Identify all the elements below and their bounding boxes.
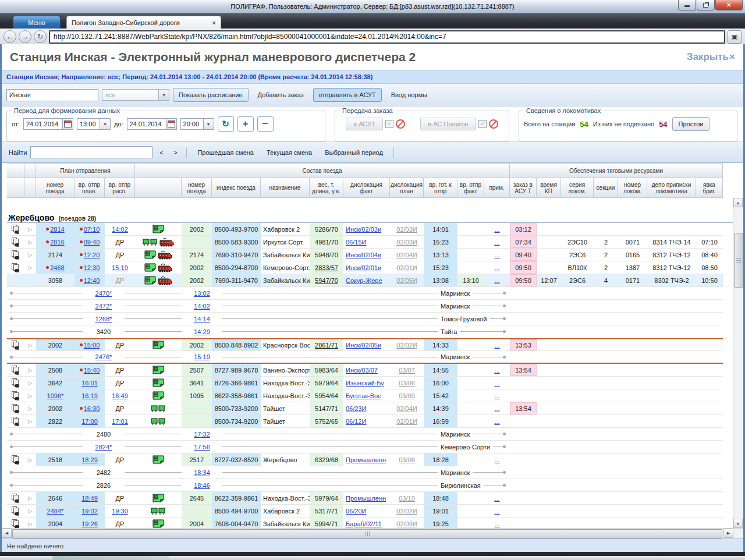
expand-icon[interactable]: ▷ [29,265,33,271]
rasp-time-link[interactable]: 16:49 [112,392,128,399]
plan-time-link[interactable]: 16:30 [84,405,100,412]
to-time-select[interactable]: 20:00 ▼ [180,118,214,130]
plan-time-link[interactable]: 19:26 [81,520,98,527]
hand-doc-icon[interactable] [11,250,21,260]
dislocation-fact-link[interactable]: 06/12И [346,418,366,425]
dislocation-plan-link[interactable]: 03/08 [399,456,415,463]
note-link[interactable]: ... [494,380,499,387]
dislocation-fact-link[interactable]: Изынский-Бу [346,380,384,387]
restore-button[interactable] [697,0,715,10]
table-row-schedule-line[interactable]: 248218:34Мариинск [7,466,723,479]
weight-length-link[interactable]: 2861/71 [315,342,338,349]
rasp-time-link[interactable]: 15:19 [112,264,128,271]
dislocation-fact-link[interactable]: 06/23И [346,405,366,412]
hand-doc-icon[interactable] [11,263,21,272]
table-row[interactable]: 305812:40ДР20027690-311-9470Забайкальск … [7,274,723,287]
reload-button[interactable]: ↻ [34,30,47,43]
table-row-schedule-line[interactable]: 282618:46Бирюлинская [7,479,723,492]
add-order-button[interactable]: Добавить заказ [252,88,310,102]
note-link[interactable]: ... [494,392,499,399]
expand-icon[interactable]: ▷ [29,239,33,245]
dislocation-fact-link[interactable]: 06/20И [346,508,366,515]
chevron-down-icon[interactable]: ▼ [203,119,214,129]
hand-doc-icon[interactable] [11,506,21,516]
dislocation-fact-link[interactable]: Инск/02/05и [346,342,381,349]
table-row-schedule-line[interactable]: 2472*14:02Мариинск [7,300,723,313]
show-schedule-button[interactable]: Показать расписание [173,88,249,102]
hand-doc-icon[interactable] [11,519,21,528]
plan-time-link[interactable]: 16:19 [81,392,98,399]
train-number-link[interactable]: 2814 [50,226,64,233]
table-row[interactable]: ▷217412:20ДР21747690-310-9470Забайкальск… [7,249,723,261]
plan-time-link[interactable]: 16:01 [81,380,98,387]
table-row-schedule-line[interactable]: 248017:32Мариинск [7,428,723,441]
rasp-time-link[interactable]: 19:30 [112,508,128,515]
scroll-up-icon[interactable]: ▲ [733,198,743,207]
hand-doc-icon[interactable] [11,493,21,503]
expand-icon[interactable]: ▷ [29,226,33,232]
table-row[interactable]: ▷2484*19:0219:308500-494-9700Хабаровск 2… [7,505,723,518]
plan-time-link[interactable]: 09:40 [84,239,100,246]
dislocation-fact-link[interactable]: Сокур-Жере [346,277,382,284]
plan-time-link[interactable]: 19:02 [81,508,98,515]
hand-doc-icon[interactable] [11,391,21,400]
expand-icon[interactable]: ▷ [29,419,33,424]
plan-time-link[interactable]: 14:29 [194,328,210,335]
hand-doc-icon[interactable] [11,365,21,375]
expand-icon[interactable]: ▷ [29,495,33,501]
plan-time-link[interactable]: 18:34 [194,469,210,476]
table-row[interactable]: ▷246812:3015:1920028500-294-8700Кемерово… [7,261,723,274]
table-row[interactable]: ▷200419:26ДР20047606-004-9470Забайкальск… [7,518,723,528]
plan-time-link[interactable]: 12:40 [84,277,100,284]
to-polygon-button[interactable]: в АС Полигон [420,118,476,130]
asut-checkbox[interactable]: ✓ [385,120,393,128]
note-link[interactable]: ... [494,508,499,515]
plan-time-link[interactable]: 14:14 [194,316,210,322]
dislocation-fact-link[interactable]: Бараб/02/11 [346,520,382,527]
dislocation-plan-link[interactable]: 02/03И [396,239,417,246]
idle-button[interactable]: Простои [672,117,710,131]
horizontal-scroll-thumb[interactable] [12,529,722,538]
close-button[interactable]: ✕ [715,0,743,10]
plan-time-link[interactable]: 17:32 [194,431,210,438]
plan-time-link[interactable]: 17:56 [194,444,210,451]
expand-icon[interactable]: ▷ [29,380,33,386]
plan-time-link[interactable]: 13:02 [194,290,210,297]
dislocation-plan-link[interactable]: 02/04И [396,405,417,412]
plan-time-link[interactable]: 17:00 [81,418,98,425]
dislocation-fact-link[interactable]: Инск/02/03и [346,226,381,233]
address-bar[interactable]: http://10.132.71.241:8887/WebParkState/k… [49,30,725,44]
plan-time-link[interactable]: 14:02 [194,303,210,310]
hand-doc-icon[interactable] [11,237,21,247]
weight-length-link[interactable]: 5947/70 [315,277,338,284]
plan-time-link[interactable]: 18:46 [194,482,210,489]
table-row-schedule-line[interactable]: 2476*15:19Мариинск [7,351,723,364]
input-norm-button[interactable]: Ввод нормы [385,88,433,102]
dislocation-plan-link[interactable]: 02/01И [396,418,417,425]
hand-doc-icon[interactable] [11,340,21,350]
calendar-icon[interactable] [166,119,176,129]
table-row[interactable]: ▷364216:01ДР36418726-366-9861Находка-Вос… [7,377,723,389]
plan-time-link[interactable]: 12:20 [84,251,100,258]
dislocation-plan-link[interactable]: 02/01И [396,264,417,271]
note-link[interactable]: ... [494,405,499,412]
train-number-link[interactable]: 1268* [95,316,112,322]
dislocation-plan-link[interactable]: 02/04И [396,251,417,258]
table-row[interactable]: ▷251818:29ДР25178727-032-8520Жеребцово63… [7,453,723,466]
go-button[interactable]: ▣ [728,30,742,44]
dislocation-plan-link[interactable]: 02/02И [396,342,417,349]
tab-past-shift[interactable]: Прошедшая смена [193,149,258,156]
dislocation-plan-link[interactable]: 02/03И [396,226,417,233]
tab-selected-period[interactable]: Выбранный период [320,149,388,156]
train-number-link[interactable]: 2816 [50,239,64,246]
dislocation-fact-link[interactable]: Промышленн [346,495,386,502]
note-link[interactable]: ... [494,264,499,271]
train-number-link[interactable]: 2824* [95,444,112,451]
polygon-checkbox[interactable]: ✓ [478,120,487,128]
plan-time-link[interactable]: 15:19 [194,353,210,360]
dislocation-plan-link[interactable]: 02/02И [396,508,417,515]
dislocation-fact-link[interactable]: Инск/02/04и [346,251,381,258]
tab-polygon[interactable]: Полигон Западно-Сибирской дороги × [66,16,221,29]
table-row-schedule-line[interactable]: 1268*14:14Томск-Грузовой [7,313,723,325]
scroll-right-icon[interactable]: ▶ [723,529,733,538]
